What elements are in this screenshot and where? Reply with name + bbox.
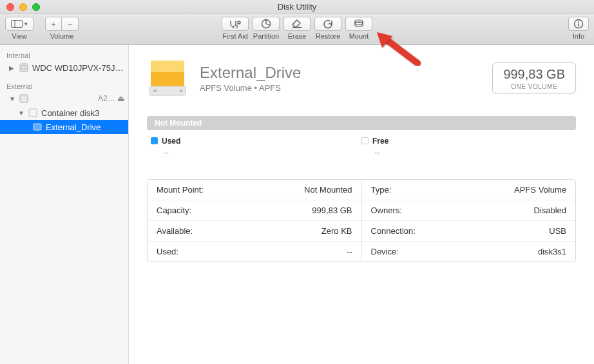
svg-point-8: [355, 22, 363, 24]
volume-icon: [32, 122, 43, 132]
internal-disk-label: WDC WD10JPVX-75J…: [32, 63, 124, 73]
usage-legend: Used -- Free --: [147, 137, 576, 157]
volume-title: External_Drive: [200, 64, 301, 82]
info-icon: [573, 19, 584, 29]
usage-bar: Not Mounted: [147, 116, 576, 130]
capacity-box: 999,83 GB ONE VOLUME: [492, 62, 576, 93]
sidebar-item-internal-disk[interactable]: ▶ WDC WD10JPVX-75J…: [0, 61, 128, 75]
legend-used-value: --: [151, 148, 361, 157]
svg-rect-14: [20, 95, 28, 102]
sidebar: Internal ▶ WDC WD10JPVX-75J… External ▼ …: [0, 45, 129, 364]
window-title: Disk Utility: [0, 2, 594, 12]
info-row-owners: Owners:Disabled: [362, 200, 576, 221]
partition-button[interactable]: [253, 17, 280, 31]
legend-used-label: Used: [162, 137, 180, 146]
svg-rect-20: [153, 90, 157, 92]
volume-group: + − Volume: [45, 17, 79, 40]
info-button[interactable]: [568, 17, 589, 31]
used-swatch-icon: [151, 137, 158, 144]
info-row-used: Used:--: [148, 242, 361, 262]
svg-rect-12: [20, 64, 28, 72]
svg-rect-0: [12, 21, 23, 28]
sidebar-item-container[interactable]: ▼ Container disk3: [0, 106, 128, 120]
svg-rect-18: [151, 61, 184, 72]
restore-button[interactable]: [314, 17, 341, 31]
view-group: ▾ View: [5, 17, 34, 40]
external-root-label: A2…: [98, 94, 115, 103]
svg-point-21: [180, 90, 182, 91]
erase-label: Erase: [288, 32, 307, 40]
capacity-sublabel: ONE VOLUME: [503, 83, 565, 90]
first-aid-label: First Aid: [222, 32, 248, 40]
view-label: View: [12, 32, 27, 40]
legend-free-label: Free: [372, 137, 388, 146]
volume-subtitle: APFS Volume • APFS: [200, 83, 301, 93]
info-row-capacity: Capacity:999,83 GB: [148, 200, 361, 221]
titlebar: Disk Utility: [0, 0, 594, 14]
toolbar: ▾ View + − Volume First Aid Partition E: [0, 14, 594, 45]
volume-label: Volume: [50, 32, 74, 40]
restore-icon: [323, 19, 333, 29]
svg-rect-16: [34, 124, 41, 130]
container-icon: [28, 108, 38, 118]
info-row-device: Device:disk3s1: [362, 242, 576, 262]
partition-icon: [261, 19, 271, 29]
svg-line-5: [266, 24, 270, 25]
external-hdd-icon: [19, 93, 29, 104]
external-drive-large-icon: [147, 58, 188, 98]
info-label: Info: [573, 32, 584, 40]
view-button[interactable]: ▾: [5, 17, 34, 31]
stethoscope-icon: [229, 19, 242, 28]
svg-point-10: [578, 21, 579, 23]
volume-label: External_Drive: [46, 122, 101, 132]
svg-rect-15: [29, 109, 37, 117]
info-row-available: Available:Zero KB: [148, 221, 361, 242]
eject-icon[interactable]: ⏏: [117, 94, 124, 103]
sidebar-layout-icon: [11, 20, 23, 28]
remove-volume-button[interactable]: −: [62, 17, 79, 31]
erase-icon: [291, 19, 303, 28]
usage-bar-label: Not Mounted: [155, 119, 202, 128]
disclosure-triangle-icon[interactable]: ▼: [9, 95, 15, 102]
capacity-value: 999,83 GB: [503, 67, 565, 82]
sidebar-item-volume[interactable]: External_Drive: [0, 120, 128, 134]
disclosure-triangle-icon[interactable]: ▶: [9, 64, 15, 72]
svg-point-2: [238, 21, 240, 24]
info-table: Mount Point:Not Mounted Capacity:999,83 …: [147, 179, 576, 262]
sidebar-section-external: External: [0, 80, 128, 91]
mount-icon: [354, 19, 364, 28]
restore-label: Restore: [316, 32, 341, 40]
chevron-down-icon: ▾: [24, 21, 28, 27]
add-volume-button[interactable]: +: [45, 17, 62, 31]
info-row-connection: Connection:USB: [362, 221, 576, 242]
mount-button[interactable]: [345, 17, 372, 31]
legend-free-value: --: [361, 148, 572, 157]
info-row-type: Type:APFS Volume: [362, 180, 576, 200]
info-row-mountpoint: Mount Point:Not Mounted: [148, 180, 361, 200]
disclosure-triangle-icon[interactable]: ▼: [18, 110, 24, 117]
free-swatch-icon: [361, 137, 369, 144]
content-pane: External_Drive APFS Volume • APFS 999,83…: [129, 45, 594, 364]
mount-label: Mount: [349, 32, 369, 40]
container-label: Container disk3: [41, 108, 99, 118]
sidebar-section-internal: Internal: [0, 49, 128, 61]
partition-label: Partition: [253, 32, 279, 40]
hdd-icon: [19, 62, 29, 73]
first-aid-button[interactable]: [222, 17, 249, 31]
sidebar-item-external-root[interactable]: ▼ A2… ⏏: [0, 91, 128, 106]
erase-button[interactable]: [283, 17, 311, 31]
